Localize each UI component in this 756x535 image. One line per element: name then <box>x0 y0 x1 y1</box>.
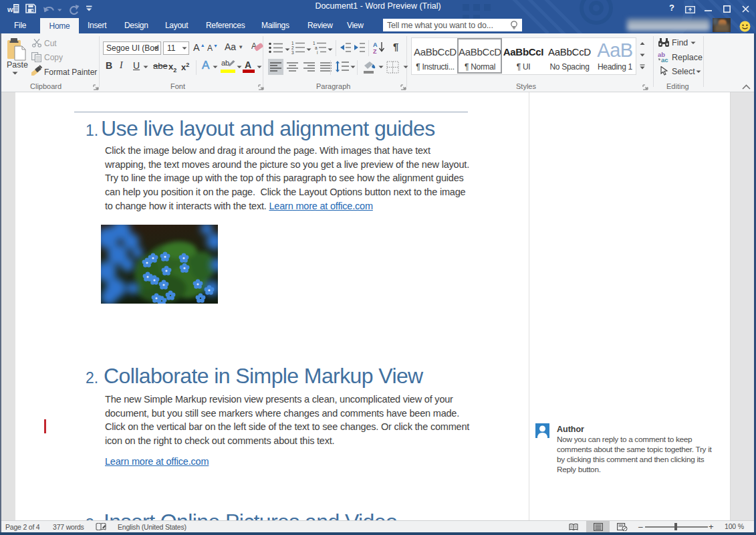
svg-text:ac: ac <box>661 56 668 63</box>
svg-text:1: 1 <box>291 41 294 45</box>
svg-text:A: A <box>373 41 378 48</box>
svg-text:Z: Z <box>373 48 377 55</box>
svg-text:i: i <box>317 50 318 55</box>
svg-text:3: 3 <box>291 50 294 55</box>
svg-text:1: 1 <box>313 41 316 45</box>
